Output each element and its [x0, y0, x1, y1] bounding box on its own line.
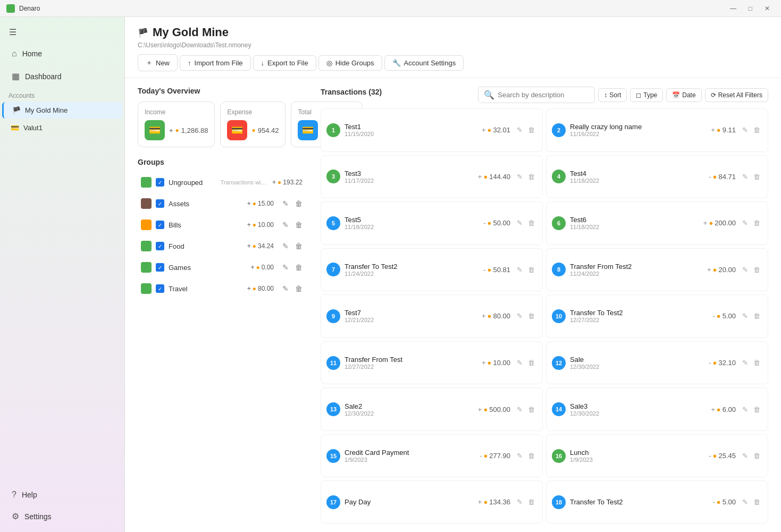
txn-edit-btn-2[interactable]: ✎ [740, 125, 750, 135]
txn-edit-btn-3[interactable]: ✎ [515, 172, 525, 182]
txn-delete-btn-7[interactable]: 🗑 [526, 265, 537, 275]
group-edit-food[interactable]: ✎ [280, 241, 291, 251]
txn-delete-btn-2[interactable]: 🗑 [751, 125, 762, 135]
reset-filters-button[interactable]: ⟳ Reset All Filters [705, 88, 768, 102]
txn-amount-9: + ● 80.00 [482, 312, 510, 320]
titlebar: Denaro — □ ✕ [0, 0, 781, 17]
txn-amount-5: - ● 50.00 [483, 219, 510, 227]
txn-delete-btn-17[interactable]: 🗑 [526, 497, 537, 507]
txn-actions-16: ✎ 🗑 [740, 451, 762, 461]
txn-number-9: 9 [326, 309, 340, 323]
group-checkbox-assets[interactable] [156, 199, 164, 208]
txn-edit-btn-15[interactable]: ✎ [515, 451, 525, 461]
txn-edit-btn-1[interactable]: ✎ [515, 125, 525, 135]
txn-delete-btn-16[interactable]: 🗑 [751, 451, 762, 461]
group-checkbox-food[interactable] [156, 242, 164, 250]
group-name-bills: Bills [169, 221, 243, 229]
transaction-item-13: 13 Sale2 12/30/2022 + ● 500.00 ✎ 🗑 [321, 387, 543, 431]
txn-info-11: Transfer From Test 12/27/2022 [345, 356, 477, 370]
txn-delete-btn-9[interactable]: 🗑 [526, 311, 537, 321]
txn-delete-btn-8[interactable]: 🗑 [751, 265, 762, 275]
sidebar-item-settings[interactable]: ⚙ Settings [3, 506, 121, 527]
sidebar-menu-button[interactable]: ☰ [4, 23, 21, 40]
group-actions-food: ✎ 🗑 [280, 241, 305, 251]
transaction-item-14: 14 Sale3 12/30/2022 + ● 6.00 ✎ 🗑 [546, 387, 768, 431]
search-input[interactable] [498, 91, 589, 99]
txn-number-18: 18 [552, 495, 566, 509]
group-delete-games[interactable]: 🗑 [293, 262, 305, 273]
txn-delete-btn-14[interactable]: 🗑 [751, 404, 762, 415]
txn-edit-btn-5[interactable]: ✎ [515, 218, 525, 228]
txn-delete-btn-12[interactable]: 🗑 [751, 358, 762, 368]
txn-delete-btn-10[interactable]: 🗑 [751, 311, 762, 321]
account-settings-button[interactable]: 🔧 Account Settings [384, 55, 464, 71]
txn-edit-btn-18[interactable]: ✎ [740, 497, 750, 507]
type-filter-button[interactable]: ◻ Type [630, 88, 663, 102]
txn-sign-3: + [478, 173, 482, 181]
txn-delete-btn-5[interactable]: 🗑 [526, 218, 537, 228]
txn-delete-btn-1[interactable]: 🗑 [526, 125, 537, 135]
txn-actions-4: ✎ 🗑 [740, 172, 762, 182]
group-delete-assets[interactable]: 🗑 [293, 198, 305, 209]
group-delete-bills[interactable]: 🗑 [293, 219, 305, 230]
txn-edit-btn-11[interactable]: ✎ [515, 358, 525, 368]
txn-delete-btn-3[interactable]: 🗑 [526, 172, 537, 182]
txn-edit-btn-9[interactable]: ✎ [515, 311, 525, 321]
valut1-label: Valut1 [23, 124, 43, 132]
sidebar-item-home[interactable]: ⌂ Home [3, 44, 121, 64]
group-checkbox-travel[interactable] [156, 284, 164, 293]
txn-coin-icon-9: ● [488, 312, 492, 320]
txn-delete-btn-4[interactable]: 🗑 [751, 172, 762, 182]
txn-delete-btn-13[interactable]: 🗑 [526, 404, 537, 415]
page-subtitle: C:\Users\nlogo\Downloads\Test.nmoney [138, 41, 768, 49]
sidebar-item-dashboard[interactable]: ▦ Dashboard [3, 66, 121, 87]
group-edit-games[interactable]: ✎ [280, 262, 291, 273]
sidebar-account-valut1[interactable]: 💳 Valut1 [2, 120, 122, 136]
transaction-item-12: 12 Sale 12/30/2022 - ● 32.10 ✎ 🗑 [546, 341, 768, 385]
txn-name-7: Transfer To Test2 [345, 263, 479, 271]
txn-delete-btn-6[interactable]: 🗑 [751, 218, 762, 228]
group-edit-travel[interactable]: ✎ [280, 283, 291, 294]
date-filter-button[interactable]: 📅 Date [666, 88, 701, 102]
txn-delete-btn-18[interactable]: 🗑 [751, 497, 762, 507]
close-button[interactable]: ✕ [760, 3, 775, 14]
txn-edit-btn-16[interactable]: ✎ [740, 451, 750, 461]
txn-actions-2: ✎ 🗑 [740, 125, 762, 135]
txn-edit-btn-6[interactable]: ✎ [740, 218, 750, 228]
txn-edit-btn-7[interactable]: ✎ [515, 265, 525, 275]
txn-number-17: 17 [326, 495, 340, 509]
sidebar-item-help[interactable]: ? Help [3, 485, 121, 505]
txn-delete-btn-11[interactable]: 🗑 [526, 358, 537, 368]
group-edit-assets[interactable]: ✎ [280, 198, 291, 209]
expense-value: ● 954.42 [251, 126, 279, 134]
txn-actions-18: ✎ 🗑 [740, 497, 762, 507]
txn-edit-btn-8[interactable]: ✎ [740, 265, 750, 275]
transaction-item-10: 10 Transfer To Test2 12/27/2022 - ● 5.00… [546, 294, 768, 338]
new-button[interactable]: ＋ New [138, 54, 178, 71]
txn-edit-btn-4[interactable]: ✎ [740, 172, 750, 182]
sort-button[interactable]: ↕ Sort [598, 88, 627, 102]
group-delete-travel[interactable]: 🗑 [293, 283, 305, 294]
txn-edit-btn-17[interactable]: ✎ [515, 497, 525, 507]
txn-edit-btn-12[interactable]: ✎ [740, 358, 750, 368]
import-button[interactable]: ↑ Import from File [180, 55, 251, 71]
group-edit-bills[interactable]: ✎ [280, 219, 291, 230]
sidebar-item-home-label: Home [22, 49, 42, 58]
transaction-item-3: 3 Test3 11/17/2022 + ● 144.40 ✎ 🗑 [321, 155, 543, 199]
txn-edit-btn-13[interactable]: ✎ [515, 404, 525, 415]
txn-delete-btn-15[interactable]: 🗑 [526, 451, 537, 461]
group-checkbox-games[interactable] [156, 263, 164, 272]
sidebar-account-my-gold-mine[interactable]: 🏴 My Gold Mine [2, 102, 122, 119]
group-delete-food[interactable]: 🗑 [293, 241, 305, 251]
txn-edit-btn-10[interactable]: ✎ [740, 311, 750, 321]
txn-edit-btn-14[interactable]: ✎ [740, 404, 750, 415]
export-button[interactable]: ↓ Export to File [253, 55, 316, 71]
group-checkbox-ungrouped[interactable] [156, 178, 164, 187]
minimize-button[interactable]: — [726, 3, 741, 14]
hide-groups-button[interactable]: ◎ Hide Groups [318, 55, 382, 71]
maximize-button[interactable]: □ [743, 3, 758, 14]
sidebar: ☰ ⌂ Home ▦ Dashboard Accounts 🏴 My Gold … [0, 17, 125, 532]
txn-info-7: Transfer To Test2 11/24/2022 [345, 263, 479, 277]
search-box[interactable]: 🔍 [478, 87, 595, 103]
group-checkbox-bills[interactable] [156, 221, 164, 229]
